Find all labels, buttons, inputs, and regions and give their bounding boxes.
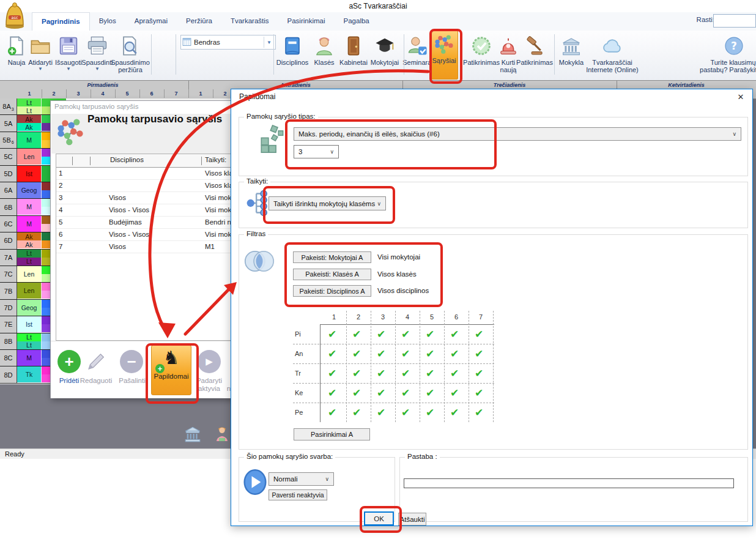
- issaugoti-button[interactable]: Išsaugoti▼: [54, 33, 83, 72]
- matrix-check-Pe-4[interactable]: ✔: [393, 403, 418, 422]
- matrix-check-Ke-5[interactable]: ✔: [418, 383, 442, 403]
- matrix-check-Pe-2[interactable]: ✔: [344, 403, 369, 422]
- matrix-check-Pe-1[interactable]: ✔: [320, 403, 344, 422]
- mokykla-button[interactable]: Mokykla: [557, 33, 586, 66]
- lesson-cell[interactable]: Len: [17, 149, 42, 165]
- matrix-check-An-6[interactable]: ✔: [442, 344, 467, 363]
- matrix-check-Tr-2[interactable]: ✔: [344, 363, 369, 383]
- tab-bylos[interactable]: Bylos: [90, 12, 125, 31]
- edit-pencil-icon[interactable]: [85, 351, 106, 373]
- lesson-cell[interactable]: Ist: [17, 166, 42, 182]
- matrix-check-Tr-7[interactable]: ✔: [467, 363, 491, 383]
- seminarai-button[interactable]: Seminarai: [402, 33, 433, 66]
- matrix-check-An-7[interactable]: ✔: [467, 344, 491, 363]
- lesson-cell[interactable]: Ak: [17, 123, 42, 131]
- matrix-check-Pi-7[interactable]: ✔: [467, 324, 491, 344]
- lesson-cell[interactable]: Lt: [17, 250, 42, 258]
- matrix-check-Pi-4[interactable]: ✔: [393, 324, 418, 344]
- matrix-check-Pe-6[interactable]: ✔: [442, 403, 467, 422]
- matrix-check-Ke-3[interactable]: ✔: [369, 383, 393, 403]
- matrix-check-Pe-7[interactable]: ✔: [467, 403, 491, 422]
- note-input[interactable]: [404, 478, 734, 488]
- green-check-seal-icon: [462, 33, 501, 59]
- lesson-cell[interactable]: M: [17, 216, 42, 232]
- tab-pagalba[interactable]: Pagalba: [335, 12, 379, 31]
- help-button[interactable]: ?Turite klausimų,pastabų? Parašykite m: [696, 33, 756, 73]
- chevron-down-icon: ∨: [325, 476, 329, 482]
- class-label: 6A: [0, 182, 17, 198]
- app-window: aSc Tvarkaraščiai asc PagrindinisBylosAp…: [0, 0, 756, 550]
- lesson-cell[interactable]: Ist: [17, 316, 42, 332]
- matrix-check-An-3[interactable]: ✔: [369, 344, 393, 363]
- lesson-cell[interactable]: Tk: [17, 366, 42, 382]
- lesson-cell[interactable]: Len: [17, 266, 42, 282]
- matrix-check-Tr-5[interactable]: ✔: [418, 363, 442, 383]
- options-a-button[interactable]: Pasirinkimai A: [294, 428, 370, 440]
- tab-tvarkaraštis[interactable]: Tvarkaraštis: [221, 12, 278, 31]
- tab-aprašymai[interactable]: Aprašymai: [125, 12, 177, 31]
- save-floppy-icon: [54, 33, 83, 59]
- patikrinimas-2-button[interactable]: Patikrinimas: [515, 33, 554, 66]
- matrix-check-Pi-5[interactable]: ✔: [418, 324, 442, 344]
- close-icon[interactable]: ✕: [735, 92, 746, 103]
- lesson-cell[interactable]: Geog: [17, 182, 42, 198]
- view-selector-combo[interactable]: Bendras ▼: [180, 35, 276, 50]
- atidaryti-button[interactable]: Atidaryti▼: [26, 33, 54, 72]
- klases-button[interactable]: Klasės: [312, 33, 336, 66]
- lesson-cell[interactable]: Geog: [17, 300, 42, 316]
- disciplinos-button[interactable]: Disciplinos: [275, 33, 310, 66]
- lesson-cell[interactable]: M: [17, 350, 42, 366]
- mokytojai-button[interactable]: Mokytojai: [368, 33, 402, 66]
- matrix-check-Pi-2[interactable]: ✔: [344, 324, 369, 344]
- make-inactive-button[interactable]: Paversti neaktyvia: [269, 489, 327, 500]
- matrix-check-Tr-1[interactable]: ✔: [320, 363, 344, 383]
- matrix-check-Ke-6[interactable]: ✔: [442, 383, 467, 403]
- patikrinimas-button[interactable]: Patikrinimas: [462, 33, 501, 66]
- matrix-check-An-5[interactable]: ✔: [418, 344, 442, 363]
- cancel-button[interactable]: Atšaukti: [398, 513, 426, 526]
- matrix-check-Pi-6[interactable]: ✔: [442, 324, 467, 344]
- matrix-check-Pi-3[interactable]: ✔: [369, 324, 393, 344]
- lesson-cell[interactable]: Len: [17, 283, 42, 299]
- spausdinimo-perziura-button[interactable]: Spausdinimoperžiūra: [110, 33, 150, 73]
- lesson-cell[interactable]: Lt: [17, 106, 42, 114]
- online-button[interactable]: TvarkaraščiaiInternete (Online): [584, 33, 640, 73]
- matrix-check-Tr-3[interactable]: ✔: [369, 363, 393, 383]
- remove-button[interactable]: −: [120, 350, 143, 373]
- period-number: 5: [115, 89, 140, 98]
- lesson-cell[interactable]: M: [17, 199, 42, 215]
- lesson-cell[interactable]: Ak: [17, 240, 42, 248]
- matrix-check-Tr-6[interactable]: ✔: [442, 363, 467, 383]
- nauja-button[interactable]: Nauja: [4, 33, 29, 66]
- lesson-cell[interactable]: Ak: [17, 232, 42, 240]
- matrix-check-Pi-1[interactable]: ✔: [320, 324, 344, 344]
- lesson-cell[interactable]: Lt: [17, 333, 42, 341]
- kabinetai-button[interactable]: Kabinetai: [338, 33, 369, 66]
- lesson-cell[interactable]: Ak: [17, 115, 42, 123]
- spausdinti-button[interactable]: Spausdinti▼: [81, 33, 114, 72]
- matrix-check-An-2[interactable]: ✔: [344, 344, 369, 363]
- matrix-check-Ke-7[interactable]: ✔: [467, 383, 491, 403]
- matrix-check-An-1[interactable]: ✔: [320, 344, 344, 363]
- matrix-check-Pe-5[interactable]: ✔: [418, 403, 442, 422]
- matrix-check-Ke-4[interactable]: ✔: [393, 383, 418, 403]
- tab-pasirinkimai[interactable]: Pasirinkimai: [278, 12, 335, 31]
- tab-pagrindinis[interactable]: Pagrindinis: [32, 12, 90, 31]
- lesson-cell[interactable]: Lt: [17, 341, 42, 349]
- matrix-check-An-4[interactable]: ✔: [393, 344, 418, 363]
- asc-logo-icon[interactable]: asc: [1, 1, 28, 31]
- relations-molecule-icon: [56, 117, 85, 147]
- lesson-cell[interactable]: Lt: [17, 98, 42, 106]
- find-input[interactable]: [713, 14, 756, 28]
- lesson-cell[interactable]: Lt: [17, 258, 42, 266]
- matrix-check-Ke-2[interactable]: ✔: [344, 383, 369, 403]
- make-active-button[interactable]: ▶: [198, 350, 221, 373]
- matrix-check-Ke-1[interactable]: ✔: [320, 383, 344, 403]
- importance-combo[interactable]: Normali ∨: [269, 472, 334, 486]
- add-button[interactable]: +: [57, 350, 81, 373]
- lesson-cell[interactable]: M: [17, 132, 42, 148]
- matrix-check-Pe-3[interactable]: ✔: [369, 403, 393, 422]
- tab-peržiūra[interactable]: Peržiūra: [177, 12, 221, 31]
- button-label: Nauja: [4, 59, 29, 66]
- matrix-check-Tr-4[interactable]: ✔: [393, 363, 418, 383]
